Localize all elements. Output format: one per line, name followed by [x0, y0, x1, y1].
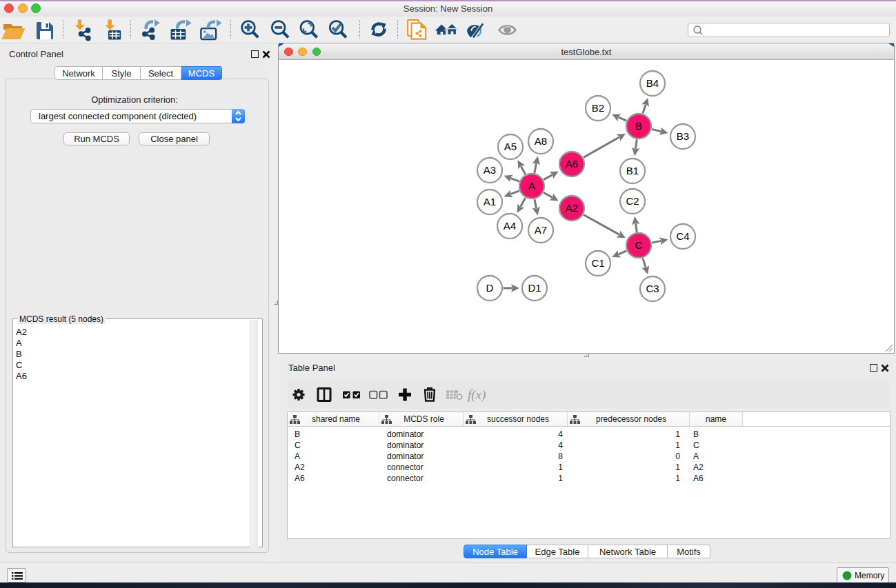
svg-text:B: B [635, 120, 642, 132]
svg-text:A5: A5 [504, 141, 517, 152]
svg-text:A6: A6 [566, 158, 578, 170]
svg-text:A8: A8 [535, 135, 547, 147]
svg-text:B3: B3 [677, 130, 689, 142]
svg-text:B4: B4 [646, 77, 659, 89]
svg-text:C1: C1 [591, 257, 604, 269]
svg-text:f(x): f(x) [468, 387, 486, 403]
svg-text:D: D [486, 282, 494, 294]
svg-text:A2: A2 [566, 202, 578, 214]
svg-text:A3: A3 [484, 164, 496, 176]
svg-text:A1: A1 [484, 196, 496, 207]
svg-text:C: C [635, 239, 643, 251]
svg-text:C3: C3 [646, 283, 659, 294]
svg-text:A: A [528, 180, 535, 192]
svg-text:A4: A4 [504, 220, 516, 232]
svg-text:C4: C4 [676, 230, 689, 242]
svg-text:B2: B2 [592, 102, 604, 114]
svg-text:D1: D1 [528, 282, 541, 294]
svg-text:C2: C2 [626, 195, 639, 207]
svg-text:A7: A7 [535, 224, 547, 236]
svg-text:B1: B1 [626, 165, 639, 176]
